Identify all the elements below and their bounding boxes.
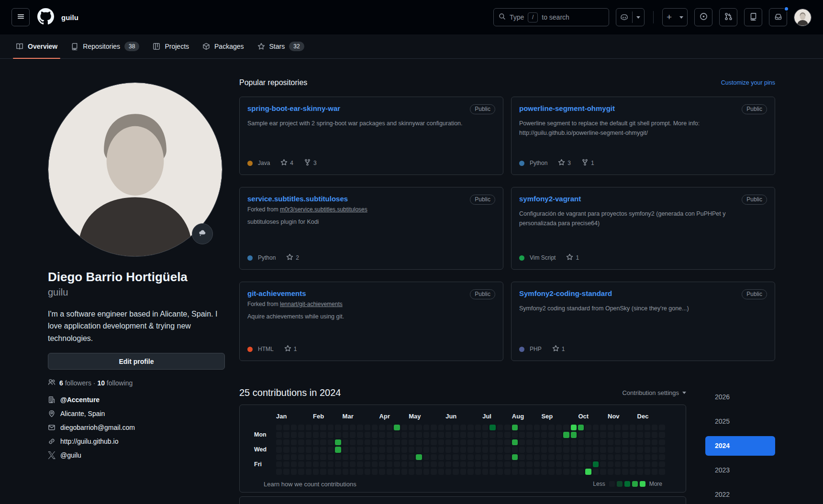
contribution-cell[interactable]	[394, 447, 400, 452]
contribution-cell[interactable]	[475, 439, 481, 445]
year-item-2026[interactable]: 2026	[705, 387, 775, 407]
contribution-cell[interactable]	[460, 425, 466, 430]
star-count[interactable]: 4	[280, 159, 293, 167]
contribution-cell[interactable]	[438, 439, 444, 445]
contribution-settings-dropdown[interactable]: Contribution settings	[622, 389, 686, 396]
contribution-cell[interactable]	[438, 425, 444, 430]
contribution-cell[interactable]	[387, 461, 392, 467]
contribution-cell[interactable]	[512, 439, 518, 445]
contribution-cell[interactable]	[335, 454, 341, 460]
contribution-cell[interactable]	[431, 454, 436, 460]
tab-overview[interactable]: Overview	[9, 34, 64, 58]
contribution-cell[interactable]	[526, 425, 532, 430]
contribution-cell[interactable]	[409, 454, 414, 460]
contribution-cell[interactable]	[276, 447, 282, 452]
contribution-cell[interactable]	[453, 469, 458, 474]
contribution-cell[interactable]	[534, 432, 540, 438]
contribution-cell[interactable]	[482, 447, 488, 452]
contribution-cell[interactable]	[283, 454, 289, 460]
contribution-cell[interactable]	[541, 439, 547, 445]
contribution-cell[interactable]	[409, 469, 414, 474]
contribution-cell[interactable]	[365, 432, 370, 438]
contribution-cell[interactable]	[409, 461, 414, 467]
profile-detail-row[interactable]: diegobarrioh@gmail.com	[48, 424, 225, 431]
contribution-cell[interactable]	[571, 439, 577, 445]
contribution-cell[interactable]	[320, 425, 326, 430]
contribution-cell[interactable]	[313, 425, 319, 430]
contribution-cell[interactable]	[534, 439, 540, 445]
contribution-cell[interactable]	[571, 454, 577, 460]
contribution-cell[interactable]	[343, 439, 348, 445]
contribution-cell[interactable]	[365, 454, 370, 460]
contribution-cell[interactable]	[585, 469, 591, 474]
year-item-2025[interactable]: 2025	[705, 412, 775, 431]
contribution-cell[interactable]	[652, 432, 657, 438]
contribution-cell[interactable]	[645, 447, 650, 452]
contribution-cell[interactable]	[608, 454, 613, 460]
profile-detail-row[interactable]: @Accenture	[48, 396, 225, 404]
contribution-cell[interactable]	[615, 447, 621, 452]
contribution-cell[interactable]	[548, 425, 554, 430]
contribution-cell[interactable]	[615, 432, 621, 438]
contribution-cell[interactable]	[276, 425, 282, 430]
contribution-cell[interactable]	[497, 439, 503, 445]
contribution-cell[interactable]	[645, 454, 650, 460]
contribution-cell[interactable]	[585, 425, 591, 430]
profile-detail-row[interactable]: http://guilu.github.io	[48, 438, 225, 445]
contribution-cell[interactable]	[571, 461, 577, 467]
tab-repositories[interactable]: Repositories38	[64, 34, 146, 58]
contribution-cell[interactable]	[534, 425, 540, 430]
contribution-cell[interactable]	[460, 447, 466, 452]
contribution-cell[interactable]	[526, 439, 532, 445]
create-new-button[interactable]: +	[662, 8, 688, 26]
contribution-cell[interactable]	[497, 425, 503, 430]
contribution-cell[interactable]	[622, 439, 628, 445]
contribution-cell[interactable]	[630, 454, 635, 460]
contribution-cell[interactable]	[445, 461, 451, 467]
contribution-cell[interactable]	[608, 461, 613, 467]
contribution-cell[interactable]	[512, 432, 518, 438]
contribution-cell[interactable]	[283, 469, 289, 474]
contribution-cell[interactable]	[401, 432, 407, 438]
contribution-cell[interactable]	[630, 425, 635, 430]
contribution-cell[interactable]	[291, 454, 297, 460]
contribution-cell[interactable]	[482, 439, 488, 445]
contribution-cell[interactable]	[343, 447, 348, 452]
contribution-cell[interactable]	[343, 425, 348, 430]
contribution-cell[interactable]	[453, 461, 458, 467]
contribution-cell[interactable]	[320, 469, 326, 474]
contribution-cell[interactable]	[453, 432, 458, 438]
contribution-cell[interactable]	[283, 432, 289, 438]
contribution-cell[interactable]	[365, 425, 370, 430]
contribution-cell[interactable]	[453, 425, 458, 430]
contribution-cell[interactable]	[541, 461, 547, 467]
contribution-cell[interactable]	[512, 454, 518, 460]
contribution-cell[interactable]	[320, 454, 326, 460]
contribution-cell[interactable]	[423, 461, 429, 467]
contribution-cell[interactable]	[571, 425, 577, 430]
contribution-cell[interactable]	[313, 432, 319, 438]
tab-projects[interactable]: Projects	[146, 34, 196, 58]
contribution-cell[interactable]	[519, 454, 525, 460]
contribution-cell[interactable]	[489, 447, 495, 452]
repo-name-link[interactable]: powerline-segment-ohmygit	[519, 104, 615, 112]
fork-count[interactable]: 1	[581, 159, 594, 167]
contribution-cell[interactable]	[291, 432, 297, 438]
contribution-cell[interactable]	[431, 461, 436, 467]
hamburger-menu-button[interactable]	[11, 8, 30, 26]
contribution-cell[interactable]	[320, 439, 326, 445]
contribution-cell[interactable]	[291, 425, 297, 430]
contribution-cell[interactable]	[387, 469, 392, 474]
contribution-cell[interactable]	[489, 469, 495, 474]
contribution-cell[interactable]	[497, 461, 503, 467]
contribution-cell[interactable]	[409, 447, 414, 452]
contribution-cell[interactable]	[365, 439, 370, 445]
contribution-cell[interactable]	[548, 454, 554, 460]
contribution-cell[interactable]	[482, 425, 488, 430]
contribution-cell[interactable]	[335, 432, 341, 438]
star-count[interactable]: 3	[558, 159, 571, 167]
contribution-cell[interactable]	[482, 469, 488, 474]
contribution-cell[interactable]	[645, 461, 650, 467]
contribution-cell[interactable]	[306, 439, 311, 445]
contribution-cell[interactable]	[637, 447, 643, 452]
